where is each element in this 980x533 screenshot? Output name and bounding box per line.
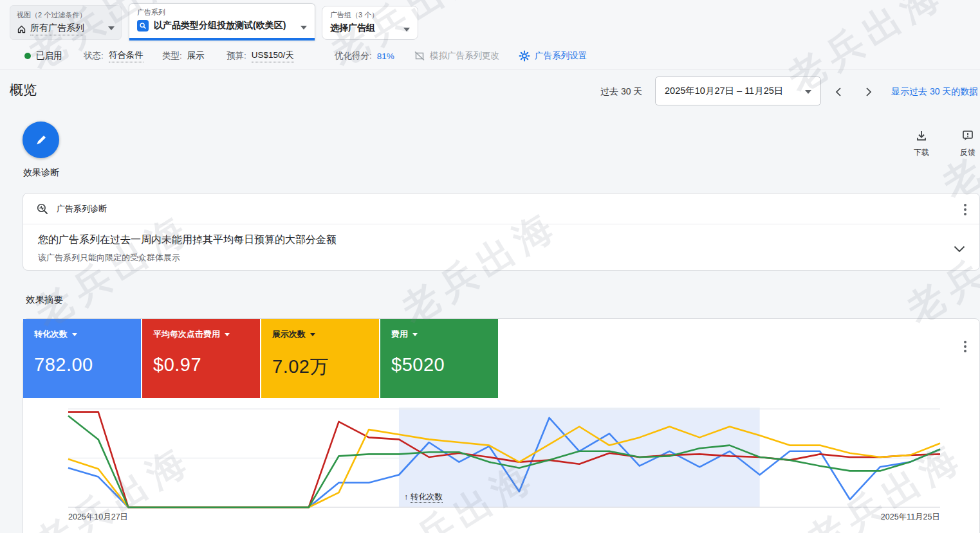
chevron-down-icon	[108, 26, 115, 30]
chevron-down-icon	[310, 333, 315, 336]
metric-tab-label[interactable]: 费用	[391, 329, 498, 340]
campaign-status: 已启用	[24, 50, 62, 62]
type-value: 展示	[187, 50, 205, 62]
date-range-value: 2025年10月27日 – 11月25日	[665, 85, 783, 97]
annotation-label: 转化次数	[411, 492, 443, 503]
adgroup-selector-value[interactable]: 选择广告组	[330, 23, 375, 34]
status-label: 状态:	[84, 50, 104, 62]
campaign-type-icon	[137, 20, 149, 32]
metric-tab-3[interactable]: 费用$5020	[380, 319, 498, 398]
metric-tab-label[interactable]: 展示次数	[272, 329, 379, 340]
pencil-icon	[34, 133, 48, 147]
feedback-label: 反馈	[954, 147, 980, 158]
simulate-icon	[414, 50, 425, 62]
page-title: 概览	[10, 81, 37, 99]
budget-field: 预算: US$150/天	[227, 50, 294, 62]
previous-period-button[interactable]	[830, 84, 847, 100]
chevron-down-icon	[225, 333, 230, 336]
summary-card-menu-button[interactable]	[961, 338, 969, 355]
active-selector-indicator	[129, 38, 315, 41]
type-field: 类型: 展示	[162, 50, 205, 62]
x-axis-start-label: 2025年10月27日	[68, 512, 128, 523]
type-label: 类型:	[162, 50, 182, 62]
google-ads-overview-screen: 视图（2 个过滤条件） 所有广告系列 广告系列 以产品类型分组投放测试(欧美区)	[0, 0, 980, 533]
view-selector-label: 视图（2 个过滤条件）	[17, 10, 115, 19]
view-selector[interactable]: 视图（2 个过滤条件） 所有广告系列	[10, 5, 122, 40]
chevron-down-icon	[72, 333, 77, 336]
metric-tab-1[interactable]: 平均每次点击费用$0.97	[142, 319, 260, 398]
diagnosis-card-menu-button[interactable]	[961, 201, 969, 218]
x-axis-end-label: 2025年11月25日	[881, 512, 940, 523]
date-range-picker[interactable]: 2025年10月27日 – 11月25日	[655, 77, 821, 105]
metric-tab-label[interactable]: 转化次数	[34, 329, 141, 340]
show-last-30-days-link[interactable]: 显示过去 30 天的数据	[891, 86, 978, 98]
home-icon	[17, 24, 26, 34]
chevron-down-icon	[412, 333, 418, 336]
optscore-field: 优化得分: 81%	[335, 50, 394, 62]
settings-label: 广告系列设置	[535, 50, 587, 62]
download-label: 下载	[907, 147, 936, 158]
metric-tabs: 转化次数782.00平均每次点击费用$0.97展示次数7.02万费用$5020	[23, 319, 979, 398]
download-icon	[915, 129, 928, 142]
chevron-down-icon	[403, 28, 410, 32]
performance-diagnosis-fab[interactable]	[23, 122, 59, 158]
simulate-label: 模拟广告系列更改	[430, 50, 499, 62]
adgroup-selector-label: 广告组（3 个）	[330, 10, 410, 19]
metric-tab-value: 782.00	[34, 354, 141, 375]
diagnosis-message: 您的广告系列在过去一周内未能用掉其平均每日预算的大部分金额	[38, 233, 979, 247]
annotation-arrow-icon: ↑	[404, 492, 408, 501]
download-button[interactable]: 下载	[907, 129, 936, 158]
metric-tab-value: $5020	[391, 354, 498, 375]
diagnosis-card-header: 广告系列诊断	[23, 194, 979, 224]
budget-label: 预算:	[227, 50, 246, 62]
diagnosis-submessage: 该广告系列只能向限定的受众群体展示	[38, 252, 979, 264]
date-range-label: 过去 30 天	[600, 86, 642, 98]
campaign-diagnosis-card: 广告系列诊断 您的广告系列在过去一周内未能用掉其平均每日预算的大部分金额 该广告…	[23, 193, 980, 271]
chart-annotation[interactable]: ↑ 转化次数	[404, 492, 443, 503]
chevron-down-icon	[805, 90, 811, 94]
optscore-label: 优化得分:	[335, 50, 372, 62]
campaign-selector-label: 广告系列	[137, 8, 307, 17]
performance-chart: ↑ 转化次数 2025年10月27日 2025年11月25日	[23, 398, 980, 533]
enabled-status-dot	[24, 53, 31, 59]
metric-tab-value: 7.02万	[272, 354, 379, 380]
budget-value[interactable]: US$150/天	[252, 50, 294, 62]
campaign-selector[interactable]: 广告系列 以产品类型分组投放测试(欧美区)	[129, 3, 315, 41]
next-period-button[interactable]	[860, 84, 877, 100]
view-selector-value[interactable]: 所有广告系列	[30, 23, 84, 35]
performance-summary-title: 效果摘要	[26, 294, 63, 306]
performance-summary-card: 转化次数782.00平均每次点击费用$0.97展示次数7.02万费用$5020 …	[23, 318, 980, 533]
line-chart	[23, 398, 980, 533]
feedback-button[interactable]: 反馈	[954, 129, 980, 158]
adgroup-selector[interactable]: 广告组（3 个） 选择广告组	[322, 6, 418, 40]
expand-diagnosis-button[interactable]	[954, 244, 965, 255]
status-field: 状态: 符合条件	[84, 50, 143, 62]
metric-tab-label[interactable]: 平均每次点击费用	[153, 329, 260, 340]
optscore-value[interactable]: 81%	[377, 51, 394, 61]
status-value[interactable]: 符合条件	[109, 50, 143, 62]
metric-tab-2[interactable]: 展示次数7.02万	[261, 319, 379, 398]
enabled-status-text: 已启用	[36, 50, 62, 62]
performance-diagnosis-label: 效果诊断	[23, 167, 59, 179]
gear-icon	[519, 50, 530, 62]
metric-tab-0[interactable]: 转化次数782.00	[23, 319, 141, 398]
metric-tab-value: $0.97	[153, 354, 260, 375]
top-toolbar: 视图（2 个过滤条件） 所有广告系列 广告系列 以产品类型分组投放测试(欧美区)	[0, 0, 980, 70]
simulate-changes-button[interactable]: 模拟广告系列更改	[414, 50, 499, 62]
diagnosis-search-icon	[36, 203, 49, 215]
chevron-down-icon	[300, 26, 307, 30]
diagnosis-card-title: 广告系列诊断	[57, 203, 107, 215]
feedback-icon	[961, 129, 974, 142]
campaign-settings-button[interactable]: 广告系列设置	[519, 50, 587, 62]
campaign-selector-value[interactable]: 以产品类型分组投放测试(欧美区)	[154, 20, 286, 32]
